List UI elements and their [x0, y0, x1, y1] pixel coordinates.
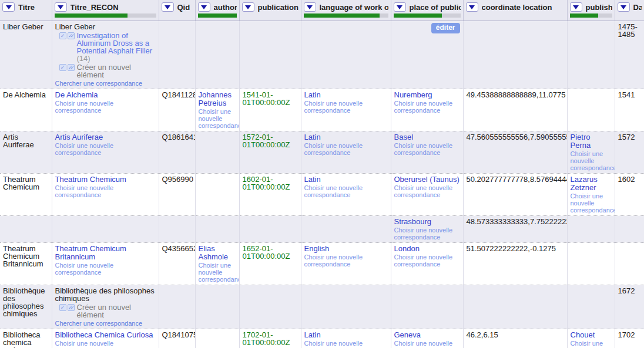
create-new-item-label: Créer un nouvel élément	[77, 63, 132, 79]
cell-publication_date	[239, 285, 301, 329]
matched-entity-link[interactable]: Nuremberg	[394, 91, 460, 99]
choose-new-match-link[interactable]: Choisir une nouvelle correspondance	[304, 184, 388, 198]
cell-publisher	[567, 21, 615, 89]
matched-entity-link[interactable]: Latin	[304, 91, 388, 99]
chevron-down-icon	[469, 5, 475, 9]
cell-place	[391, 285, 463, 329]
reconciliation-progress-fill	[394, 13, 442, 18]
matched-entity-link[interactable]: English	[304, 245, 388, 253]
cell-language: EnglishChoisir une nouvelle correspondan…	[301, 242, 391, 285]
column-header-label: publication date	[258, 3, 298, 12]
choose-new-match-link[interactable]: Choisir une nouvelle correspondance	[394, 100, 460, 114]
cell-place: éditer	[391, 21, 463, 89]
matched-entity-link[interactable]: Latin	[304, 133, 388, 141]
column-menu-button-titre[interactable]	[2, 2, 15, 12]
cell-coordinate: 46.2,6.15	[463, 329, 567, 348]
cell-language	[301, 215, 391, 242]
column-header-label: author	[214, 3, 237, 12]
choose-new-match-link[interactable]: Choisir une nouvelle correspondance	[55, 340, 156, 348]
choose-new-match-link[interactable]: Choisir une nouvelle correspondance	[394, 142, 460, 156]
reconciliation-progress-bar	[570, 13, 612, 18]
matched-entity-link[interactable]: Artis Auriferae	[55, 133, 156, 141]
search-match-link[interactable]: Chercher une correspondance	[55, 320, 143, 327]
cell-text: Artis Auriferae	[3, 133, 49, 148]
matched-entity-link[interactable]: Latin	[304, 331, 388, 339]
match-this-cell-icon[interactable]: ✓	[59, 32, 66, 39]
matched-entity-link[interactable]: Bibliotheca Chemica Curiosa	[55, 331, 156, 339]
reconciliation-progress-bar	[198, 13, 237, 18]
matched-entity-link[interactable]: London	[394, 245, 460, 253]
choose-new-match-link[interactable]: Choisir une nouvelle correspondance	[304, 100, 388, 114]
matched-entity-link[interactable]: Oberursel (Taunus)	[394, 175, 460, 184]
choose-new-match-link[interactable]: Choisir une nouvelle correspondance	[304, 340, 388, 348]
matched-entity-link[interactable]: De Alchemia	[55, 91, 156, 99]
cell-text: De Alchemia	[3, 91, 49, 99]
cell-date: 1572	[615, 131, 644, 173]
cell-author	[195, 329, 239, 348]
cell-text: Q956990	[162, 175, 192, 183]
matched-entity-link[interactable]: Elias Ashmole	[199, 245, 236, 261]
cell-text: 51.507222222222,-0.1275	[467, 245, 564, 252]
matched-entity-link[interactable]: Chouet	[571, 331, 612, 339]
matched-entity-link[interactable]: Theatrum Chemicum	[55, 175, 156, 184]
column-header-author: author	[195, 0, 239, 21]
cell-publisher: Pietro PernaChoisir une nouvelle corresp…	[567, 131, 615, 173]
match-this-cell-icon[interactable]: ✓	[59, 304, 66, 311]
choose-new-match-link[interactable]: Choisir une nouvelle correspondance	[304, 142, 388, 156]
matched-entity-link[interactable]: Geneva	[394, 331, 460, 339]
cell-author	[195, 131, 239, 173]
matched-entity-link[interactable]: Strasbourg	[394, 218, 460, 226]
matched-entity-link[interactable]: Pietro Perna	[571, 133, 612, 150]
column-header-label: Titre_RECON	[71, 3, 119, 12]
choose-new-match-link[interactable]: Choisir une nouvelle correspondance	[55, 184, 156, 198]
cell-author: Johannes PetreiusChoisir une nouvelle co…	[195, 89, 239, 131]
column-menu-button-publication_date[interactable]	[242, 2, 254, 12]
cell-text: 1541	[618, 91, 641, 99]
search-match-link[interactable]: Chercher une correspondance	[55, 80, 143, 87]
column-header-label: publisher	[586, 3, 612, 12]
choose-new-match-link[interactable]: Choisir une nouvelle correspondance	[199, 108, 236, 129]
match-all-identical-cells-icon[interactable]: ✓✓	[68, 32, 75, 39]
matched-entity-link[interactable]: Johannes Petreius	[199, 91, 236, 107]
cell-place: NurembergChoisir une nouvelle correspond…	[391, 89, 463, 131]
choose-new-match-link[interactable]: Choisir une nouvelle correspondance	[571, 150, 612, 171]
choose-new-match-link[interactable]: Choisir une nouvelle correspondance	[199, 262, 236, 283]
cell-titre_recon: De AlchemiaChoisir une nouvelle correspo…	[52, 89, 159, 131]
choose-new-match-link[interactable]: Choisir une nouvelle correspondance	[394, 227, 460, 241]
choose-new-match-link[interactable]: Choisir une nouvelle correspondance	[394, 184, 460, 198]
matched-entity-link[interactable]: Basel	[394, 133, 460, 141]
column-menu-button-date[interactable]	[618, 2, 630, 12]
column-menu-button-author[interactable]	[198, 2, 210, 12]
matched-entity-link[interactable]: Lazarus Zetzner	[571, 175, 612, 192]
candidate-link[interactable]: Investigation of Aluminum Dross as a Pot…	[77, 31, 153, 55]
choose-new-match-link[interactable]: Choisir une nouvelle correspondance	[571, 340, 612, 348]
cell-text: 49.45388888888889,11.0775	[467, 91, 564, 99]
match-all-identical-cells-icon[interactable]: ✓✓	[68, 304, 75, 311]
column-menu-button-place[interactable]	[394, 2, 406, 12]
choose-new-match-link[interactable]: Choisir une nouvelle correspondance	[304, 254, 388, 268]
choose-new-match-link[interactable]: Choisir une nouvelle correspondance	[571, 192, 612, 214]
create-new-item-row: ✓✓✓Créer un nouvel élément	[59, 303, 156, 319]
cell-coordinate: 47.560555555556,7.5905555555556	[463, 131, 567, 173]
reconciliation-progress-fill	[304, 13, 380, 18]
chevron-down-icon	[245, 5, 251, 9]
column-menu-button-language[interactable]	[304, 2, 316, 12]
column-menu-button-coordinate[interactable]	[466, 2, 478, 12]
column-menu-button-titre_recon[interactable]	[55, 2, 67, 12]
choose-new-match-link[interactable]: Choisir une nouvelle correspondance	[55, 262, 156, 276]
matched-entity-link[interactable]: Latin	[304, 175, 388, 184]
column-header-label: Date	[633, 3, 642, 12]
choose-new-match-link[interactable]: Choisir une nouvelle correspondance	[55, 142, 156, 156]
column-header-coordinate: coordinate location	[463, 0, 567, 21]
cell-titre: Theatrum Chemicum Britannicum	[0, 242, 52, 285]
match-all-identical-cells-icon[interactable]: ✓✓	[68, 64, 75, 71]
column-menu-button-qid[interactable]	[162, 2, 174, 12]
matched-entity-link[interactable]: Theatrum Chemicum Britannicum	[55, 245, 156, 261]
cell-text: 1475-1485	[618, 23, 641, 38]
edit-cell-button[interactable]: éditer	[431, 23, 460, 33]
choose-new-match-link[interactable]: Choisir une nouvelle correspondance	[394, 340, 460, 348]
choose-new-match-link[interactable]: Choisir une nouvelle correspondance	[394, 254, 460, 268]
match-this-cell-icon[interactable]: ✓	[59, 64, 66, 71]
choose-new-match-link[interactable]: Choisir une nouvelle correspondance	[55, 100, 156, 114]
column-menu-button-publisher[interactable]	[570, 2, 582, 12]
